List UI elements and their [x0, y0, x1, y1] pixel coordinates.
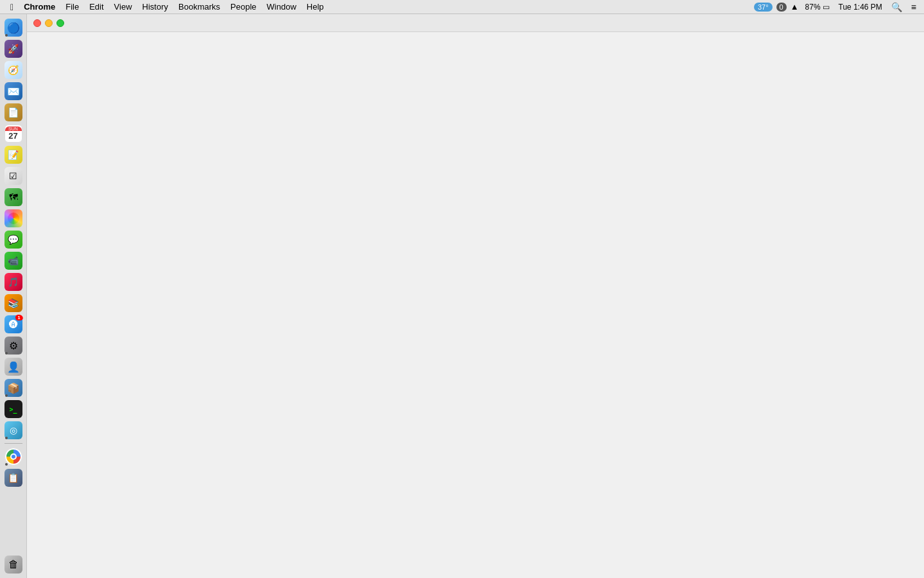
window-titlebar: [27, 14, 924, 32]
migration-active-dot: [5, 394, 8, 397]
traffic-lights: [33, 19, 64, 27]
window-minimize-button[interactable]: [45, 19, 53, 27]
menubar-view[interactable]: View: [109, 1, 137, 12]
dock-item-calendar[interactable]: SUN 27: [4, 124, 23, 143]
dock-item-mail[interactable]: ✉️: [4, 82, 23, 101]
window-maximize-button[interactable]: [56, 19, 64, 27]
appstore-badge: 1: [15, 315, 23, 320]
dock-item-airdrop[interactable]: ◎: [4, 421, 23, 440]
battery-icon: ▭: [823, 3, 830, 12]
photos-icon: [4, 209, 22, 227]
chrome-active-dot: [5, 463, 8, 466]
finder-active-dot: [5, 34, 8, 37]
quicklook-icon: 📋: [4, 469, 22, 487]
chrome-content-area: [27, 32, 924, 578]
chrome-window: [27, 14, 924, 578]
menubar-people[interactable]: People: [225, 1, 261, 12]
menubar-left:  Chrome File Edit View History Bookmark…: [5, 1, 329, 12]
battery-indicator: 87% ▭: [803, 3, 832, 12]
airdrop-active-dot: [5, 437, 8, 439]
dock-item-maps[interactable]: 🗺: [4, 188, 23, 207]
spotlight-search-icon[interactable]: 🔍: [889, 2, 905, 12]
stickies-icon: 📝: [4, 146, 22, 164]
dock: 🔵 🚀 🧭 ✉️ 📄 SUN 27 📝 ☑ 🗺 💬: [0, 14, 27, 578]
dock-item-trash[interactable]: 🗑: [4, 555, 23, 574]
dock-item-chrome[interactable]: [4, 447, 23, 466]
dock-item-facetime[interactable]: 📹: [4, 251, 23, 270]
weather-widget[interactable]: 37°: [754, 3, 773, 12]
dock-item-reminders[interactable]: ☑: [4, 166, 23, 186]
contacts-icon: 👤: [4, 358, 22, 376]
facetime-icon: 📹: [4, 252, 22, 270]
notefile-icon: 📄: [4, 103, 22, 121]
menubar:  Chrome File Edit View History Bookmark…: [0, 0, 924, 14]
dock-item-contacts[interactable]: 👤: [4, 357, 23, 376]
apple-menu[interactable]: : [5, 2, 19, 12]
menubar-right: 37° 0 ▲ 87% ▭ Tue 1:46 PM 🔍 ≡: [754, 2, 919, 12]
clock: Tue 1:46 PM: [836, 3, 885, 12]
menubar-chrome[interactable]: Chrome: [19, 1, 60, 12]
dock-item-quicklook[interactable]: 📋: [4, 468, 23, 487]
menubar-window[interactable]: Window: [262, 1, 302, 12]
dock-item-safari[interactable]: 🧭: [4, 60, 23, 80]
menubar-history[interactable]: History: [137, 1, 173, 12]
dock-item-messages[interactable]: 💬: [4, 230, 23, 249]
dock-item-music[interactable]: 🎵: [4, 272, 23, 292]
dock-item-systemprefs[interactable]: ⚙: [4, 336, 23, 355]
calendar-icon: SUN 27: [4, 125, 22, 143]
dock-divider: [4, 443, 22, 444]
dock-item-notes-file[interactable]: 📄: [4, 103, 23, 122]
weather-temp: 37°: [758, 3, 769, 11]
menubar-help[interactable]: Help: [302, 1, 329, 12]
dock-item-stickies[interactable]: 📝: [4, 145, 23, 164]
dock-item-books[interactable]: 📚: [4, 293, 23, 313]
dock-item-terminal[interactable]: >_: [4, 399, 23, 419]
dock-item-finder[interactable]: 🔵: [4, 18, 23, 37]
books-icon: 📚: [4, 294, 22, 312]
menubar-bookmarks[interactable]: Bookmarks: [173, 1, 225, 12]
safari-icon: 🧭: [4, 61, 22, 79]
window-close-button[interactable]: [33, 19, 41, 27]
trash-icon: 🗑: [4, 556, 22, 574]
battery-percent: 87%: [805, 3, 821, 12]
launchpad-icon: 🚀: [4, 40, 22, 58]
dock-item-migration[interactable]: 📦: [4, 378, 23, 398]
notification-center-icon[interactable]: ≡: [909, 2, 919, 12]
notification-badge[interactable]: 0: [776, 3, 787, 12]
dock-item-launchpad[interactable]: 🚀: [4, 39, 23, 58]
dock-item-photos[interactable]: [4, 209, 23, 228]
menubar-file[interactable]: File: [60, 1, 84, 12]
maps-icon: 🗺: [4, 188, 22, 206]
terminal-icon: >_: [4, 400, 22, 418]
dock-item-appstore[interactable]: 🅐 1: [4, 315, 23, 334]
wifi-icon: ▲: [791, 2, 799, 12]
systemprefs-active-dot: [5, 352, 8, 355]
menubar-edit[interactable]: Edit: [84, 1, 108, 12]
messages-icon: 💬: [4, 231, 22, 249]
reminders-icon: ☑: [4, 167, 22, 185]
mail-icon: ✉️: [4, 82, 22, 100]
music-icon: 🎵: [4, 273, 22, 291]
